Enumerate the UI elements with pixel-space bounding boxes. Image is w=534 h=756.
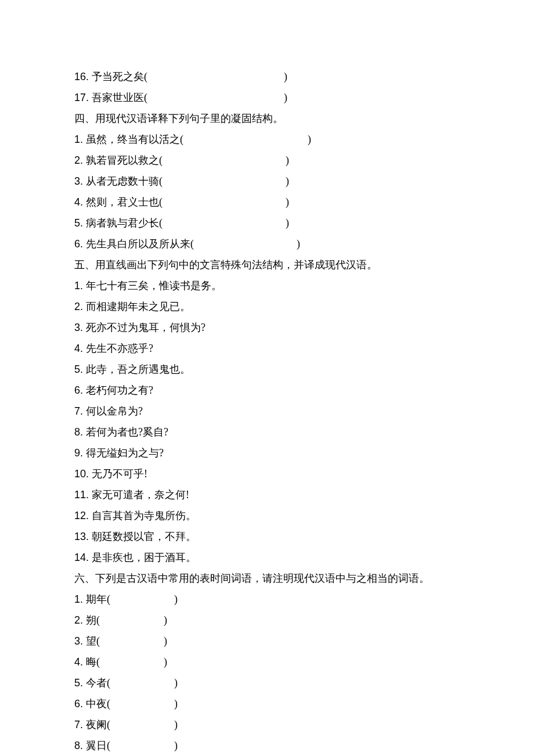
text: 家无可遣者，奈之何! [92,489,189,501]
text: 若何为者也?奚自? [86,426,168,438]
s6-question-2: 2. 朔() [74,610,460,631]
s5-question-9: 9. 得无缢妇为之与? [74,442,460,463]
text: 然则，君义士也( [86,196,163,208]
s6-question-7: 7. 夜阑() [74,714,460,735]
s4-question-5: 5. 病者孰与君少长() [74,213,460,233]
num: 5. [74,217,86,229]
num: 4. [74,343,86,354]
close-paren: ) [174,698,178,710]
num: 9. [74,447,86,459]
s4-question-3: 3. 从者无虑数十骑() [74,171,460,192]
text: 从者无虑数十骑( [86,175,163,187]
num: 6. [74,698,86,710]
num: 6. [74,384,86,396]
text: 翼日( [86,740,110,751]
close-paren: ) [174,593,178,605]
num: 2. [74,614,86,626]
text: 予当死之矣( [92,71,147,82]
s5-question-4: 4. 先生不亦惑乎? [74,338,460,359]
text: 年七十有三矣，惟读书是务。 [86,280,222,291]
s5-question-2: 2. 而相逮期年未之见已。 [74,296,460,317]
close-paren: ) [174,719,178,730]
num: 8. [74,740,86,751]
num: 6. [74,238,86,250]
section-6-heading: 六、下列是古汉语中常用的表时间词语，请注明现代汉语中与之相当的词语。 [74,568,460,589]
num: 16. [74,71,92,82]
s4-question-2: 2. 孰若冒死以救之() [74,150,460,171]
section-5-heading: 五、用直线画出下列句中的文言特殊句法结构，并译成现代汉语。 [74,254,460,275]
s5-question-7: 7. 何以金帛为? [74,401,460,422]
text: 无乃不可乎! [92,468,147,480]
num: 5. [74,363,86,375]
section-4-heading: 四、用现代汉语译释下列句子里的凝固结构。 [74,108,460,129]
text: 朔( [86,614,100,626]
close-paren: ) [297,238,300,250]
close-paren: ) [174,740,178,751]
text: 自言其首为寺鬼所伤。 [92,510,196,521]
s5-question-12: 12. 自言其首为寺鬼所伤。 [74,505,460,526]
s6-question-1: 1. 期年() [74,589,460,610]
num: 12. [74,510,92,521]
num: 13. [74,531,92,542]
text: 何以金帛为? [86,405,143,417]
text: 今者( [86,677,110,689]
text: 先生不亦惑乎? [86,343,153,354]
close-paren: ) [284,92,287,103]
s5-question-1: 1. 年七十有三矣，惟读书是务。 [74,275,460,296]
s6-question-8: 8. 翼日() [74,735,460,756]
num: 10. [74,468,92,480]
text: 是非疾也，困于酒耳。 [92,552,196,563]
num: 8. [74,426,86,438]
text: 晦( [86,656,100,668]
close-paren: ) [164,635,167,647]
num: 14. [74,552,92,563]
num: 4. [74,656,86,668]
num: 7. [74,405,86,417]
close-paren: ) [284,71,287,82]
close-paren: ) [286,196,289,208]
text: 望( [86,635,100,647]
num: 2. [74,154,86,166]
num: 5. [74,677,86,689]
close-paren: ) [286,175,289,187]
text: 虽然，终当有以活之( [86,134,183,145]
s4-question-1: 1. 虽然，终当有以活之() [74,129,460,150]
close-paren: ) [286,217,289,229]
close-paren: ) [174,677,178,689]
close-paren: ) [164,656,167,668]
s6-question-3: 3. 望() [74,631,460,651]
question-16: 16. 予当死之矣() [74,66,460,87]
s6-question-4: 4. 晦() [74,651,460,672]
text: 朝廷数授以官，不拜。 [92,531,196,542]
num: 11. [74,489,92,501]
text: 夜阑( [86,719,110,730]
text: 老朽何功之有? [86,384,153,396]
question-17: 17. 吾家世业医() [74,87,460,108]
close-paren: ) [286,154,289,166]
text: 死亦不过为鬼耳，何惧为? [86,322,205,333]
s6-question-5: 5. 今者() [74,672,460,693]
s5-question-8: 8. 若何为者也?奚自? [74,422,460,442]
s5-question-14: 14. 是非疾也，困于酒耳。 [74,547,460,568]
text: 病者孰与君少长( [86,217,163,229]
num: 1. [74,593,86,605]
s5-question-5: 5. 此寺，吾之所遇鬼也。 [74,359,460,380]
s4-question-6: 6. 先生具白所以及所从来() [74,233,460,254]
s5-question-13: 13. 朝廷数授以官，不拜。 [74,526,460,547]
text: 孰若冒死以救之( [86,154,163,166]
num: 1. [74,134,86,145]
text: 期年( [86,593,110,605]
s6-question-6: 6. 中夜() [74,693,460,714]
num: 7. [74,719,86,730]
text: 中夜( [86,698,110,710]
num: 3. [74,175,86,187]
text: 而相逮期年未之见已。 [86,301,190,312]
close-paren: ) [164,614,167,626]
s5-question-11: 11. 家无可遣者，奈之何! [74,484,460,505]
num: 3. [74,635,86,647]
close-paren: ) [308,134,311,145]
num: 17. [74,92,92,103]
num: 4. [74,196,86,208]
text: 先生具白所以及所从来( [86,238,194,250]
s5-question-6: 6. 老朽何功之有? [74,380,460,401]
